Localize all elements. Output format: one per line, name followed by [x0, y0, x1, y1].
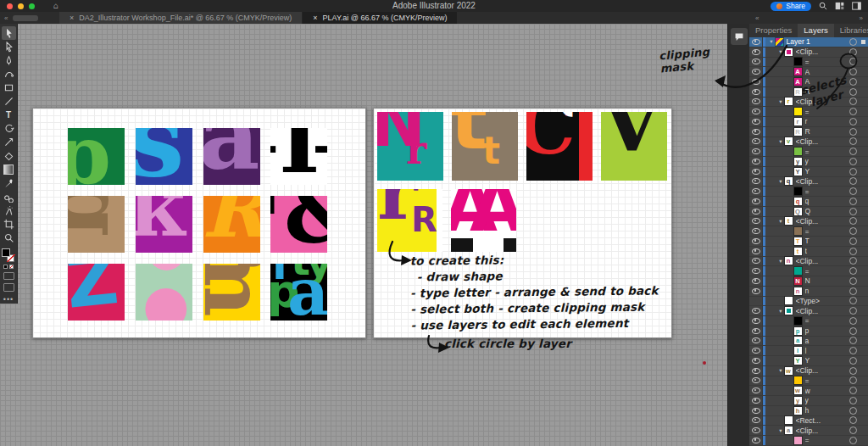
gradient-tool[interactable] [2, 163, 16, 176]
visibility-eye-icon[interactable] [749, 406, 763, 415]
layer-row[interactable]: = [749, 58, 868, 68]
visibility-eye-icon[interactable] [749, 316, 763, 326]
visibility-eye-icon[interactable] [749, 257, 763, 266]
target-circle[interactable] [849, 158, 857, 165]
none-mode-icon[interactable] [9, 265, 14, 269]
layer-name[interactable]: = [805, 227, 850, 236]
visibility-eye-icon[interactable] [749, 58, 763, 67]
target-circle[interactable] [849, 237, 857, 245]
visibility-eye-icon[interactable] [749, 266, 763, 276]
visibility-eye-icon[interactable] [749, 117, 763, 126]
target-circle[interactable] [849, 58, 857, 65]
fill-stroke-swatches[interactable] [2, 248, 15, 262]
visibility-eye-icon[interactable] [749, 67, 763, 76]
expand-chevron-icon[interactable]: ▾ [768, 38, 776, 45]
type-tool[interactable]: T [2, 109, 16, 122]
layer-row[interactable]: = [749, 376, 868, 387]
layer-row[interactable]: ▾<Clip... [749, 47, 868, 58]
expand-chevron-icon[interactable]: ▾ [777, 258, 785, 265]
layer-name[interactable]: y [805, 396, 850, 404]
shaper-tool[interactable] [2, 149, 16, 163]
layer-row[interactable]: nn [749, 287, 868, 297]
target-circle[interactable] [849, 148, 857, 155]
rotate-tool[interactable] [2, 122, 16, 136]
visibility-eye-icon[interactable] [749, 356, 763, 365]
canvas[interactable]: psaI--gkR&lZ●●multypa NrttCQVYrRAA [0, 24, 727, 446]
visibility-eye-icon[interactable] [749, 47, 763, 57]
visibility-eye-icon[interactable] [749, 187, 763, 196]
layer-name[interactable]: <Clip... [796, 137, 850, 146]
target-circle[interactable] [849, 137, 857, 145]
layer-name[interactable]: = [805, 436, 850, 444]
target-circle[interactable] [849, 187, 857, 195]
target-circle[interactable] [849, 38, 857, 46]
layer-name[interactable]: = [805, 267, 850, 276]
layer-row[interactable]: ▾w<Clip... [749, 366, 868, 376]
layer-row[interactable]: = [749, 187, 868, 197]
eyedropper-tool[interactable] [2, 176, 16, 190]
target-circle[interactable] [849, 267, 857, 275]
layer-row[interactable]: ▾q<Clip... [749, 177, 868, 187]
target-circle[interactable] [849, 48, 857, 56]
layer-row[interactable]: yy [749, 396, 868, 406]
target-circle[interactable] [849, 88, 857, 96]
rectangle-tool[interactable] [2, 81, 16, 94]
visibility-eye-icon[interactable] [749, 98, 763, 107]
layer-row[interactable]: ▾<Clip... [749, 306, 868, 316]
artboard-tool[interactable] [2, 218, 16, 231]
visibility-eye-icon[interactable] [749, 376, 763, 386]
visibility-eye-icon[interactable] [749, 207, 763, 216]
layer-name[interactable]: <Clip... [796, 366, 850, 375]
layer-row[interactable]: = [749, 436, 868, 446]
fill-swatch[interactable] [2, 248, 10, 257]
layer-name[interactable]: T [805, 237, 850, 245]
layer-row[interactable]: ▾t<Clip... [749, 217, 868, 227]
layer-name[interactable]: = [805, 376, 850, 385]
layer-name[interactable]: l [805, 347, 850, 355]
visibility-eye-icon[interactable] [749, 416, 763, 426]
visibility-eye-icon[interactable] [749, 167, 763, 176]
visibility-eye-icon[interactable] [749, 197, 763, 206]
visibility-eye-icon[interactable] [749, 276, 763, 286]
layer-row[interactable]: aa [749, 337, 868, 347]
layer-name[interactable]: <Clip... [796, 307, 850, 315]
target-circle[interactable] [849, 407, 857, 415]
layer-row[interactable]: qq [749, 197, 868, 207]
layer-name[interactable]: <Clip... [796, 257, 850, 265]
layer-row[interactable]: ▾n<Clip... [749, 257, 868, 267]
target-circle[interactable] [849, 177, 857, 185]
layer-row[interactable]: = [749, 266, 868, 276]
layer-name[interactable]: N [805, 276, 850, 285]
target-circle[interactable] [849, 217, 857, 225]
visibility-eye-icon[interactable] [749, 396, 763, 405]
target-circle[interactable] [849, 307, 857, 315]
layer-name[interactable]: q [805, 197, 850, 205]
visibility-eye-icon[interactable] [749, 426, 763, 435]
layer-row[interactable]: yy [749, 157, 868, 167]
target-circle[interactable] [849, 78, 857, 86]
layer-name[interactable]: R [805, 127, 850, 136]
collapse-panel-icon[interactable]: » [860, 14, 863, 22]
target-circle[interactable] [849, 108, 857, 115]
layer-name[interactable]: = [805, 58, 850, 66]
layer-name[interactable]: t [805, 247, 850, 255]
target-circle[interactable] [849, 397, 857, 404]
target-circle[interactable] [849, 437, 857, 444]
layer-row[interactable]: hh [749, 406, 868, 416]
visibility-eye-icon[interactable] [749, 217, 763, 226]
visibility-eye-icon[interactable] [749, 77, 763, 86]
layer-name[interactable]: r [805, 117, 850, 125]
color-mode-icon[interactable] [3, 265, 8, 269]
document-tab-2[interactable]: ×PLAY.ai @ 66.67 % (CMYK/Preview) [303, 12, 457, 24]
expand-chevron-icon[interactable]: ▾ [777, 308, 785, 315]
layer-row[interactable]: YY [749, 167, 868, 177]
visibility-eye-icon[interactable] [749, 157, 763, 166]
share-button[interactable]: Share [771, 2, 811, 11]
visibility-eye-icon[interactable] [749, 436, 763, 445]
target-circle[interactable] [849, 227, 857, 235]
target-circle[interactable] [849, 337, 857, 344]
layer-name[interactable]: Y [805, 356, 850, 365]
layer-row[interactable]: tt [749, 247, 868, 257]
layer-name[interactable]: a [805, 337, 850, 345]
target-circle[interactable] [849, 367, 857, 375]
